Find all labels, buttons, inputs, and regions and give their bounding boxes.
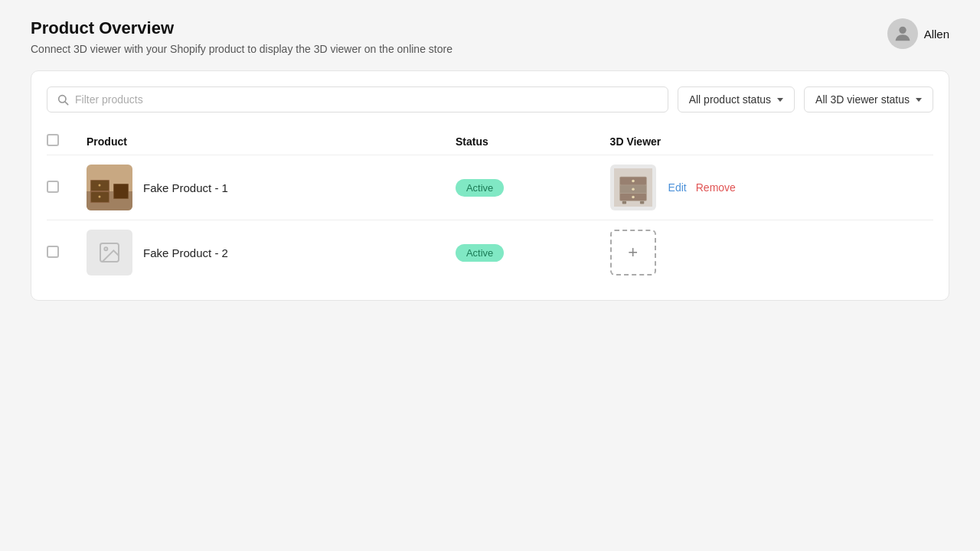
edit-button[interactable]: Edit	[668, 181, 687, 194]
svg-rect-21	[640, 201, 644, 204]
product-thumbnail	[87, 165, 132, 210]
remove-button[interactable]: Remove	[696, 181, 736, 194]
svg-line-2	[65, 102, 68, 105]
title-section: Product Overview Connect 3D viewer with …	[31, 18, 452, 55]
svg-point-11	[99, 196, 101, 198]
product-name: Fake Product - 1	[143, 181, 228, 194]
table-row: Fake Product - 1Active EditRemove	[47, 155, 933, 220]
svg-point-18	[632, 187, 635, 191]
table-row: Fake Product - 2Active+	[47, 220, 933, 285]
avatar	[887, 18, 918, 49]
product-column-header: Product	[77, 128, 446, 155]
add-viewer-button[interactable]: +	[610, 230, 656, 276]
search-box	[47, 86, 668, 112]
toolbar: All product status All 3D viewer status	[47, 86, 933, 112]
row-checkbox-1[interactable]	[47, 181, 59, 193]
header-area: Product Overview Connect 3D viewer with …	[31, 18, 949, 55]
products-table: Product Status 3D Viewer Fake Product - …	[47, 128, 933, 285]
product-thumbnail-placeholder	[87, 230, 132, 276]
svg-point-17	[632, 180, 635, 183]
viewer-cell: +	[610, 230, 924, 276]
viewer-thumbnail	[610, 165, 656, 210]
viewer-actions: EditRemove	[668, 181, 736, 194]
chevron-down-icon	[777, 98, 783, 102]
svg-point-10	[99, 184, 101, 187]
viewer-column-header: 3D Viewer	[601, 128, 933, 155]
table-header-row: Product Status 3D Viewer	[47, 128, 933, 155]
chevron-down-icon	[916, 98, 922, 102]
svg-point-0	[899, 27, 906, 34]
svg-rect-20	[622, 201, 626, 204]
user-area: Allen	[887, 18, 949, 49]
row-checkbox-2[interactable]	[47, 246, 59, 258]
svg-rect-9	[114, 184, 128, 198]
svg-point-19	[632, 196, 635, 199]
search-input[interactable]	[75, 93, 658, 106]
status-badge: Active	[456, 244, 504, 262]
user-name: Allen	[924, 28, 949, 41]
product-cell: Fake Product - 2	[87, 230, 437, 276]
user-avatar-icon	[892, 23, 913, 44]
search-icon	[57, 93, 69, 106]
status-column-header: Status	[446, 128, 601, 155]
status-badge: Active	[456, 179, 504, 197]
product-name: Fake Product - 2	[143, 246, 228, 259]
page-title: Product Overview	[31, 18, 452, 38]
select-all-header	[47, 128, 77, 155]
page-subtitle: Connect 3D viewer with your Shopify prod…	[31, 43, 452, 55]
select-all-checkbox[interactable]	[47, 134, 59, 146]
svg-point-23	[104, 247, 107, 250]
viewer-status-filter[interactable]: All 3D viewer status	[804, 86, 933, 112]
viewer-cell: EditRemove	[610, 165, 924, 210]
product-status-filter[interactable]: All product status	[678, 86, 795, 112]
table-container: All product status All 3D viewer status …	[31, 70, 949, 301]
product-cell: Fake Product - 1	[87, 165, 437, 210]
